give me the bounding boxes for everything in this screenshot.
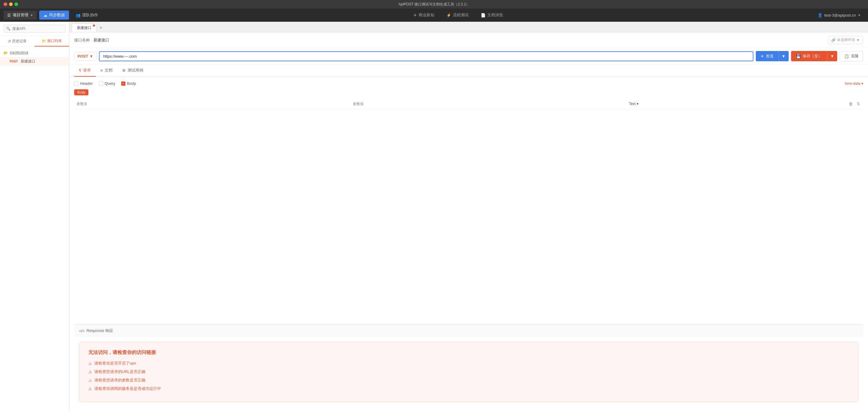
send-icon: ✈ xyxy=(761,54,764,59)
header-label: Header xyxy=(80,81,93,86)
env-selector[interactable]: 🔗 未选择环境 ▼ xyxy=(828,36,863,44)
nav-news[interactable]: ✈ 商业新知 xyxy=(407,10,440,20)
flow-icon: ⚡ xyxy=(446,13,451,18)
save-button[interactable]: 💾 保存（至） xyxy=(791,51,827,61)
body-badge: Body xyxy=(74,89,88,95)
body-label: Body xyxy=(127,81,136,86)
clone-label: 克隆 xyxy=(851,53,859,59)
add-tab-button[interactable]: + xyxy=(97,24,105,32)
doc-icon: ≡ xyxy=(100,68,103,73)
error-item-1: ⚠ 请检查您请求的URL是否正确 xyxy=(88,369,849,375)
error-item-3: ⚠ 请检查你调用的服务器是否成功运行中 xyxy=(88,386,849,391)
query-checkbox[interactable] xyxy=(99,82,103,86)
api-tab[interactable]: 新建接口 xyxy=(72,24,96,32)
request-tab-label: 请求 xyxy=(83,67,91,73)
sync-label: 同步数据 xyxy=(49,12,65,18)
error-box: 无法访问，请检查你的访问链接 ⚠ 请检查你是否开启了vpn ⚠ 请检查您请求的U… xyxy=(79,342,858,402)
cloud-icon: ☁ xyxy=(43,13,48,18)
maximize-button[interactable] xyxy=(14,2,18,6)
chevron-down-icon: ▼ xyxy=(30,13,33,17)
text-type-dropdown[interactable]: Text ▾ xyxy=(629,102,742,106)
save-icon: 💾 xyxy=(796,54,801,59)
sidebar-tree: 📂 03/25/2019 POST 新建接口 xyxy=(0,47,69,411)
params-table: 参数名 参数值 Text ▾ xyxy=(74,99,863,109)
params-table-header: 参数名 参数值 Text ▾ xyxy=(74,99,863,109)
method-badge: POST xyxy=(8,59,19,63)
error-text-2: 请检查您请求的参数是否正确 xyxy=(94,378,145,383)
people-icon: 👥 xyxy=(76,13,81,18)
app-title: ApiPOST 接口调试与文档生成工具（2.2.1） xyxy=(398,2,470,7)
toolbar-left: ☰ 项目管理 ▼ ☁ 同步数据 👥 团队协作 xyxy=(4,10,102,20)
tree-folder[interactable]: 📂 03/25/2019 xyxy=(0,49,69,57)
save-dropdown-button[interactable]: ▼ xyxy=(827,51,837,61)
body-checkbox[interactable]: ✓ xyxy=(121,82,125,86)
folder-label: 03/25/2019 xyxy=(10,51,28,55)
send-icon: ✈ xyxy=(413,13,417,18)
send-button[interactable]: ✈ 发送 xyxy=(756,51,778,61)
tab-document[interactable]: ≡ 文档 xyxy=(96,65,117,77)
error-title: 无法访问，请检查你的访问链接 xyxy=(88,349,849,356)
url-input[interactable] xyxy=(99,51,753,61)
header-checkbox[interactable] xyxy=(74,82,79,86)
project-button[interactable]: ☰ 项目管理 ▼ xyxy=(4,10,37,20)
toolbar: ☰ 项目管理 ▼ ☁ 同步数据 👥 团队协作 ✈ 商业新知 ⚡ 流程测试 📄 文… xyxy=(0,8,868,22)
docs-label: 文档浏览 xyxy=(487,12,503,18)
history-tab[interactable]: ↺ 历史记录 xyxy=(0,36,35,47)
close-button[interactable] xyxy=(4,2,7,6)
sidebar: 🔍 ↺ 历史记录 📁 接口列表 📂 03/25/2019 POST 新建接口 xyxy=(0,22,69,411)
api-name-label: 接口名称 xyxy=(74,37,90,43)
title-bar: ApiPOST 接口调试与文档生成工具（2.2.1） xyxy=(0,0,868,8)
search-icon: 🔍 xyxy=(6,27,10,31)
save-label: 保存（至） xyxy=(803,53,822,59)
flow-label: 流程测试 xyxy=(453,12,469,18)
col-param-value: 参数值 xyxy=(350,99,627,109)
send-dropdown-button[interactable]: ▼ xyxy=(778,51,789,61)
method-select[interactable]: POST ▼ xyxy=(74,52,96,61)
minimize-button[interactable] xyxy=(9,2,13,6)
search-input[interactable] xyxy=(4,25,65,33)
tab-request[interactable]: ¶ 请求 xyxy=(74,65,96,77)
send-label: 发送 xyxy=(766,53,774,59)
api-name-input[interactable] xyxy=(93,38,824,42)
list-item[interactable]: POST 新建接口 xyxy=(0,57,69,66)
warning-icon-3: ⚠ xyxy=(88,387,92,391)
param-checkboxes: Header Query ✓ Body form-data ▾ xyxy=(74,81,863,86)
unsaved-indicator xyxy=(93,24,95,27)
send-button-group: ✈ 发送 ▼ xyxy=(756,51,789,61)
chevron-down-icon: ▼ xyxy=(856,38,860,42)
sort-button[interactable]: ⇅ xyxy=(856,101,861,107)
header-checkbox-label[interactable]: Header xyxy=(74,81,93,86)
tab-bar: 新建接口 + xyxy=(69,22,868,32)
tab-testcase[interactable]: ⚙ 测试用例 xyxy=(117,65,148,77)
sidebar-tabs: ↺ 历史记录 📁 接口列表 xyxy=(0,36,69,47)
query-checkbox-label[interactable]: Query xyxy=(99,81,115,86)
nav-docs[interactable]: 📄 文档浏览 xyxy=(475,10,509,20)
list-tab[interactable]: 📁 接口列表 xyxy=(35,36,69,47)
error-text-3: 请检查你调用的服务器是否成功运行中 xyxy=(94,386,161,391)
gear-icon: ⚙ xyxy=(122,68,126,73)
warning-icon-2: ⚠ xyxy=(88,378,92,383)
nav-flow[interactable]: ⚡ 流程测试 xyxy=(440,10,475,20)
body-checkbox-label[interactable]: ✓ Body xyxy=(121,81,136,86)
query-label: Query xyxy=(105,81,115,86)
team-button[interactable]: 👥 团队协作 xyxy=(71,10,102,20)
col-param-type: Text ▾ xyxy=(626,99,745,109)
list-icon: 📁 xyxy=(42,39,46,43)
delete-all-button[interactable]: 🗑 xyxy=(848,101,854,107)
content: 新建接口 + 接口名称 🔗 未选择环境 ▼ POST ▼ xyxy=(69,22,868,411)
error-text-1: 请检查您请求的URL是否正确 xyxy=(94,369,145,375)
clone-icon: 📋 xyxy=(844,54,849,59)
tab-label: 新建接口 xyxy=(77,25,91,30)
item-label: 新建接口 xyxy=(21,59,35,64)
error-item-2: ⚠ 请检查您请求的参数是否正确 xyxy=(88,378,849,383)
col-param-name: 参数名 xyxy=(74,99,350,109)
doc-icon: 📄 xyxy=(481,13,486,18)
sidebar-search-area: 🔍 xyxy=(0,22,69,36)
form-data-link[interactable]: form-data ▾ xyxy=(845,82,863,86)
testcase-tab-label: 测试用例 xyxy=(128,67,143,73)
user-button[interactable]: 👤 test-3@apipost.cn ▼ xyxy=(814,11,864,19)
sync-button[interactable]: ☁ 同步数据 xyxy=(39,10,69,20)
clone-button[interactable]: 📋 克隆 xyxy=(840,51,863,61)
team-label: 团队协作 xyxy=(82,12,98,18)
method-label: POST xyxy=(78,54,88,59)
